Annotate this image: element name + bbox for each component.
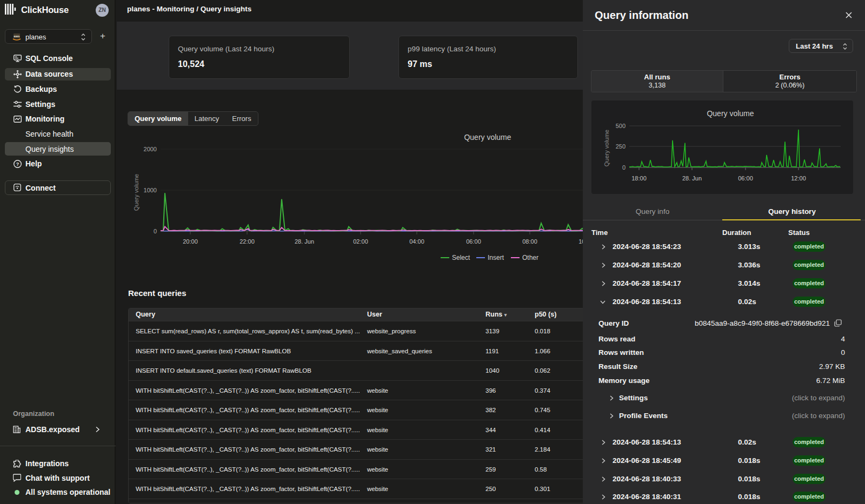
svg-text:Select: Select [452,254,470,261]
svg-text:28. Jun: 28. Jun [682,175,702,182]
svg-text:22:00: 22:00 [239,238,255,245]
svg-text:0: 0 [154,228,157,234]
svg-text:Query volume: Query volume [464,133,511,142]
svg-text:08:00: 08:00 [522,238,537,245]
svg-text:Other: Other [522,254,538,261]
svg-text:Query volume: Query volume [603,130,610,166]
svg-text:Insert: Insert [488,254,504,261]
svg-text:06:00: 06:00 [738,175,753,182]
svg-text:20:00: 20:00 [183,238,198,245]
svg-text:Query volume: Query volume [133,174,139,211]
svg-text:1000: 1000 [144,187,157,193]
svg-text:06:00: 06:00 [466,238,481,245]
svg-text:aws: aws [14,35,20,38]
svg-text:?: ? [16,162,19,167]
svg-text:250: 250 [616,143,626,150]
svg-text:04:00: 04:00 [409,238,424,245]
svg-text:500: 500 [616,123,626,129]
svg-text:0: 0 [622,164,626,171]
svg-text:02:00: 02:00 [353,238,368,245]
svg-text:Query volume: Query volume [707,109,754,118]
svg-text:12:00: 12:00 [791,175,806,182]
svg-text:18:00: 18:00 [631,175,647,182]
svg-text:2000: 2000 [144,146,157,152]
svg-text:28. Jun: 28. Jun [295,238,314,245]
